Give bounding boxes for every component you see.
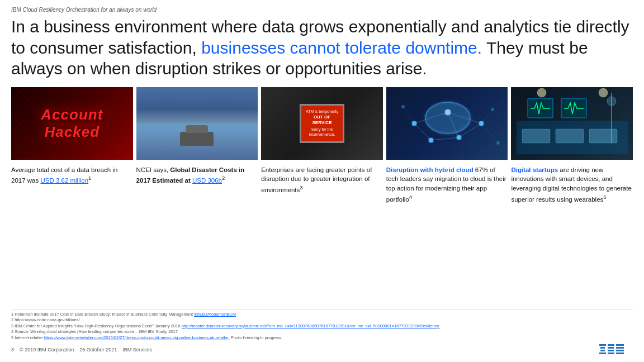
svg-point-11 — [457, 135, 461, 140]
svg-point-24 — [537, 88, 546, 97]
card-breach-sup: 1 — [88, 175, 91, 181]
headline-highlight: businesses cannot tolerate downtime. — [201, 39, 482, 57]
svg-rect-20 — [556, 129, 584, 143]
atm-screen-text: ATM is temporarily OUT OF SERVICE Sorry … — [305, 109, 339, 137]
svg-line-17 — [481, 123, 498, 143]
svg-rect-38 — [616, 350, 624, 351]
svg-rect-30 — [600, 350, 605, 351]
svg-point-6 — [425, 102, 470, 134]
headline: In a business environment where data gro… — [11, 16, 633, 79]
card-disruption-sup: 3 — [300, 184, 302, 190]
footnote-1-link[interactable]: ibm.biz/PonemonBCM — [194, 312, 236, 317]
svg-point-8 — [445, 109, 451, 115]
ibm-logo — [599, 343, 633, 356]
card-disaster-link[interactable]: USD 306b — [192, 177, 222, 184]
svg-rect-31 — [599, 353, 606, 354]
footnote-5-link[interactable]: https://www.internetretailer.com/2015/02… — [44, 335, 230, 340]
footer-bar: 3 © 2019 IBM Corporation 26 October 2021… — [11, 343, 633, 356]
svg-line-16 — [481, 109, 493, 123]
svg-rect-36 — [616, 344, 624, 346]
svg-line-4 — [431, 137, 459, 140]
svg-point-10 — [429, 138, 433, 142]
footnote-2: 2 https://www.ncdc.noaa.gov/billions/ — [11, 317, 633, 323]
card-disruption: Enterprises are facing greater points of… — [261, 165, 383, 306]
footer-left: 3 © 2019 IBM Corporation 26 October 2021… — [11, 347, 152, 353]
network-visualization — [386, 87, 508, 160]
card-disaster: NCEI says, Global Disaster Costs in 2017… — [136, 165, 258, 306]
svg-rect-28 — [599, 344, 606, 346]
svg-rect-29 — [600, 347, 605, 349]
card-cloud: Disruption with hybrid cloud 67% of tech… — [386, 165, 508, 306]
subtitle: IBM Cloud Resiliency Orchestration for a… — [11, 7, 633, 13]
atm-line3: Sorry for the — [311, 127, 333, 131]
page-wrapper: IBM Cloud Resiliency Orchestration for a… — [0, 0, 644, 362]
svg-point-25 — [599, 88, 608, 97]
atm-line4: inconvenience. — [309, 132, 335, 136]
image-atm: ATM is temporarily OUT OF SERVICE Sorry … — [261, 87, 383, 160]
svg-rect-33 — [608, 347, 614, 349]
svg-rect-19 — [522, 129, 550, 143]
image-account-hacked: Account Hacked — [11, 87, 133, 160]
atm-line2: OUT OF SERVICE — [305, 115, 339, 126]
svg-point-27 — [607, 97, 616, 106]
footnote-3: 3 IBM Center for Applied Insights "How H… — [11, 323, 633, 330]
svg-rect-32 — [608, 344, 614, 346]
cards-row: Average total cost of a data breach in 2… — [11, 165, 633, 306]
svg-line-15 — [403, 107, 414, 123]
card-disruption-text: Enterprises are facing greater points of… — [261, 166, 372, 193]
card-breach-link[interactable]: USD 3.62 million — [40, 177, 88, 184]
image-cloud-network — [386, 87, 508, 160]
footer-division: IBM Services — [122, 347, 152, 353]
card-breach: Average total cost of a data breach in 2… — [11, 165, 133, 306]
images-row: Account Hacked ATM is temporarily OUT OF… — [11, 87, 633, 160]
svg-rect-35 — [608, 353, 614, 354]
card-startups-highlight: Digital startups — [511, 166, 560, 173]
svg-rect-37 — [616, 347, 624, 349]
card-disaster-text1: NCEI says, Global Disaster Costs in 2017… — [136, 166, 245, 184]
footnote-1: 1 Ponemon Institute 2017 Cost of Data Br… — [11, 312, 633, 318]
card-disaster-sup: 2 — [222, 175, 225, 181]
atm-line1: ATM is temporarily — [306, 109, 338, 113]
footer-date: 26 October 2021 — [79, 347, 117, 353]
svg-rect-39 — [616, 353, 624, 354]
footnote-5: 5 Internet retailer https://www.internet… — [11, 335, 633, 341]
footnote-4: 4 Source: Winning cloud strategies (How … — [11, 329, 633, 335]
footnote-3-link[interactable]: http://master.disaster-recovery.mybluemi… — [182, 323, 440, 328]
svg-rect-34 — [608, 350, 614, 351]
card-cloud-highlight: Disruption with hybrid cloud — [386, 166, 475, 173]
footer-copyright: © 2019 IBM Corporation — [20, 347, 74, 353]
medical-visualization — [511, 87, 633, 160]
hack-text: Account Hacked — [11, 106, 133, 141]
atm-screen: ATM is temporarily OUT OF SERVICE Sorry … — [300, 104, 344, 143]
footer-page-number: 3 — [11, 347, 14, 353]
image-medical — [511, 87, 633, 160]
card-startups: Digital startups are driving new innovat… — [511, 165, 633, 306]
flood-car — [180, 132, 214, 146]
image-flood — [136, 87, 258, 160]
svg-rect-21 — [589, 129, 617, 143]
card-startups-sup: 5 — [603, 194, 606, 200]
card-cloud-sup: 4 — [409, 194, 412, 200]
footnotes: 1 Ponemon Institute 2017 Cost of Data Br… — [11, 309, 633, 341]
